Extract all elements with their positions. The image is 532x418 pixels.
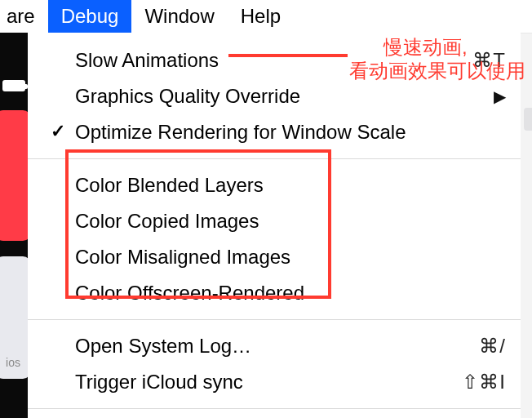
menubar: are Debug Window Help (0, 0, 532, 33)
menubar-label: Help (241, 5, 281, 28)
menu-item-label: Color Misaligned Images (75, 246, 290, 269)
background-edge (524, 108, 532, 131)
menu-item-optimize-rendering[interactable]: ✓ Optimize Rendering for Window Scale (28, 114, 521, 150)
battery-icon (2, 80, 25, 91)
menu-item-label: Trigger iCloud sync (75, 371, 243, 394)
annotation-line: 慢速动画, (349, 36, 525, 60)
app-label: ios (0, 356, 31, 369)
simulator-app-grey: ios (0, 256, 31, 379)
menu-item-label: Graphics Quality Override (75, 85, 300, 108)
menubar-label: Debug (61, 5, 119, 28)
menu-separator (28, 158, 521, 159)
menubar-item-window[interactable]: Window (131, 0, 227, 33)
menu-item-trigger-icloud[interactable]: Trigger iCloud sync ⇧⌘I (28, 364, 521, 400)
menu-item-color-blended[interactable]: Color Blended Layers (28, 167, 521, 203)
simulator-strip: ios (0, 33, 28, 418)
menubar-item-debug[interactable]: Debug (48, 0, 132, 33)
menubar-item-help[interactable]: Help (228, 0, 294, 33)
menu-item-color-misaligned[interactable]: Color Misaligned Images (28, 239, 521, 275)
menu-item-label: Open System Log… (75, 335, 251, 358)
menu-item-graphics-quality[interactable]: Graphics Quality Override ▶ (28, 78, 521, 114)
menubar-label: are (7, 5, 35, 28)
menu-item-shortcut: ⌘/ (479, 335, 506, 358)
menu-item-label: Color Copied Images (75, 210, 259, 233)
menu-item-label: Color Blended Layers (75, 174, 264, 197)
menu-item-label: Color Offscreen-Rendered (75, 282, 304, 305)
menu-item-open-system-log[interactable]: Open System Log… ⌘/ (28, 328, 521, 364)
menu-item-color-offscreen[interactable]: Color Offscreen-Rendered (28, 275, 521, 311)
simulator-app-red (0, 110, 31, 241)
menubar-item-hardware[interactable]: are (0, 0, 48, 33)
menu-separator (28, 319, 521, 320)
submenu-arrow-icon: ▶ (494, 87, 506, 106)
menubar-label: Window (144, 5, 214, 28)
checkmark-icon: ✓ (51, 121, 65, 142)
menu-item-shortcut: ⇧⌘I (462, 371, 506, 394)
menu-item-label: Optimize Rendering for Window Scale (75, 121, 406, 144)
annotation-text: 慢速动画, 看动画效果可以使用 (349, 36, 525, 83)
menu-separator (28, 408, 521, 409)
debug-menu: Slow Animations ⌘T Graphics Quality Over… (28, 33, 521, 418)
menu-item-color-copied[interactable]: Color Copied Images (28, 203, 521, 239)
menu-item-label: Slow Animations (75, 49, 219, 72)
annotation-line: 看动画效果可以使用 (349, 60, 525, 83)
